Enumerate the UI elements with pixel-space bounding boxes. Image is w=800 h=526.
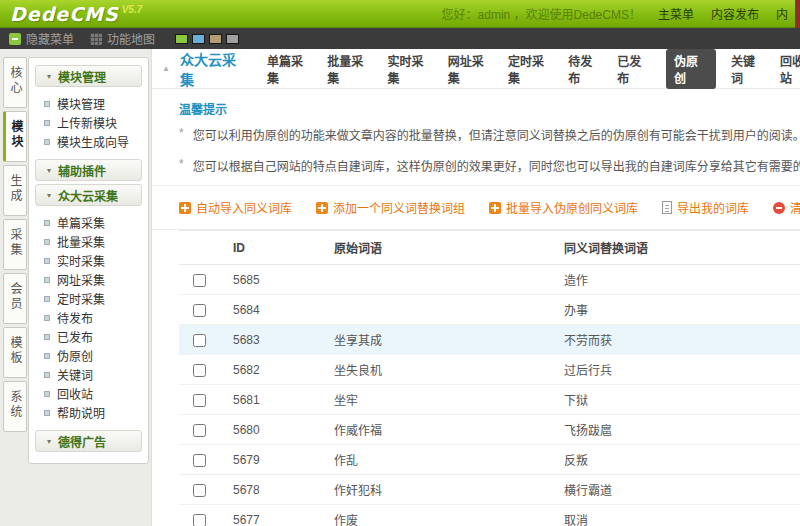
sidebar-item-帮助说明[interactable]: 帮助说明 (35, 403, 142, 422)
nav-tab-会员[interactable]: 会员 (3, 273, 27, 324)
bullet-icon (44, 120, 50, 126)
row-checkbox[interactable] (193, 514, 206, 526)
hide-menu-label: 隐藏菜单 (26, 30, 74, 47)
nav-tab-系统[interactable]: 系统 (3, 381, 27, 432)
sidebar-section-德得广告[interactable]: ▾德得广告 (35, 430, 142, 452)
action-label: 导出我的词库 (677, 199, 749, 216)
synonym-word-cell: 飞扬跋扈 (549, 415, 800, 445)
sidebar-item-label: 待发布 (57, 309, 93, 326)
header-nav: 主菜单内容发布 (658, 5, 759, 22)
sidebar-item-批量采集[interactable]: 批量采集 (35, 232, 142, 251)
tab-单篇采集[interactable]: 单篇采集 (267, 52, 312, 86)
header-nav-item-partial[interactable]: 内 (776, 5, 788, 22)
header-nav-item[interactable]: 内容发布 (711, 5, 759, 22)
nav-tab-模块[interactable]: 模块 (3, 111, 27, 162)
sidebar-item-上传新模块[interactable]: 上传新模块 (35, 113, 142, 132)
row-checkbox[interactable] (193, 424, 206, 437)
action-link[interactable]: 清空伪原创词库 (773, 199, 800, 216)
row-checkbox[interactable] (193, 364, 206, 377)
nav-tab-label: 系统 (5, 390, 25, 420)
dedecms-admin-window: DedeCMS V5.7 您好：admin ，欢迎使用DedeCMS！ 主菜单内… (0, 0, 800, 526)
sidebar-item-单篇采集[interactable]: 单篇采集 (35, 213, 142, 232)
hide-menu-icon (9, 33, 21, 45)
tab-实时采集[interactable]: 实时采集 (387, 52, 432, 86)
tab-待发布[interactable]: 待发布 (568, 52, 602, 86)
sidebar-item-label: 批量采集 (57, 233, 105, 250)
sidebar-item-回收站[interactable]: 回收站 (35, 384, 142, 403)
action-label: 批量导入伪原创同义词库 (506, 199, 638, 216)
workspace: 核心模块生成采集会员模板系统 ▾模块管理模块管理上传新模块模块生成向导▾辅助插件… (0, 49, 800, 526)
sidebar-item-定时采集[interactable]: 定时采集 (35, 289, 142, 308)
tip-text: 您可以根据自己网站的特点自建词库，这样伪原创的效果更好，同时您也可以导出我的自建… (193, 157, 800, 174)
table-row: 5679作乱反叛 (179, 445, 800, 475)
bullet-icon (44, 372, 50, 378)
module-tabs: 单篇采集批量采集实时采集网址采集定时采集待发布已发布伪原创关键词回收站帮助说明 (267, 49, 800, 89)
row-checkbox[interactable] (193, 304, 206, 317)
nav-tab-生成[interactable]: 生成 (3, 165, 27, 216)
bullet-icon (44, 334, 50, 340)
theme-swatch-1[interactable] (175, 34, 188, 44)
header-nav-item[interactable]: 主菜单 (658, 5, 694, 22)
theme-swatch-3[interactable] (209, 34, 222, 44)
sidebar-item-模块生成向导[interactable]: 模块生成向导 (35, 132, 142, 151)
sidebar-item-模块管理[interactable]: 模块管理 (35, 94, 142, 113)
checkbox-column-header (179, 231, 219, 265)
plus-icon (179, 202, 191, 214)
synonym-table-body: 5685造作5684办事5683坐享其成不劳而获5682坐失良机过后行兵5681… (179, 265, 800, 526)
row-checkbox[interactable] (193, 274, 206, 287)
row-checkbox[interactable] (193, 484, 206, 497)
action-link[interactable]: 自动导入同义词库 (179, 199, 292, 216)
id-cell: 5677 (219, 505, 314, 526)
tab-已发布[interactable]: 已发布 (617, 52, 651, 86)
sidebar-item-label: 伪原创 (57, 347, 93, 364)
action-link[interactable]: 批量导入伪原创同义词库 (489, 199, 638, 216)
checkbox-cell (179, 445, 219, 475)
hide-menu-button[interactable]: 隐藏菜单 (9, 30, 74, 47)
bullet-icon (44, 220, 50, 226)
tab-伪原创[interactable]: 伪原创 (666, 49, 716, 89)
synonym-word-cell: 办事 (549, 295, 800, 325)
sidebar-item-关键词[interactable]: 关键词 (35, 365, 142, 384)
tab-回收站[interactable]: 回收站 (780, 52, 800, 86)
tab-关键词[interactable]: 关键词 (731, 52, 765, 86)
action-link[interactable]: 添加一个同义词替换词组 (316, 199, 465, 216)
nav-tab-模板[interactable]: 模板 (3, 327, 27, 378)
main-panel: ▲ 众大云采集 单篇采集批量采集实时采集网址采集定时采集待发布已发布伪原创关键词… (151, 49, 800, 526)
clear-icon (773, 202, 785, 214)
sidebar-section-模块管理[interactable]: ▾模块管理 (35, 65, 142, 87)
action-link[interactable]: 导出我的词库 (662, 199, 749, 216)
tab-网址采集[interactable]: 网址采集 (448, 52, 493, 86)
original-word-cell (314, 265, 549, 295)
plus-icon (316, 202, 328, 214)
table-row: 5684办事 (179, 295, 800, 325)
tips-box: 温馨提示 *您可以利用伪原创的功能来做文章内容的批量替换，但请注意同义词替换之后… (152, 89, 800, 186)
sidebar-section-众大云采集[interactable]: ▾众大云采集 (35, 184, 142, 206)
function-map-button[interactable]: 功能地图 (90, 30, 155, 47)
checkbox-cell (179, 505, 219, 526)
dedecms-logo: DedeCMS V5.7 (10, 3, 142, 25)
nav-tab-采集[interactable]: 采集 (3, 219, 27, 270)
sidebar-item-网址采集[interactable]: 网址采集 (35, 270, 142, 289)
bullet-icon (44, 258, 50, 264)
function-map-label: 功能地图 (107, 30, 155, 47)
row-checkbox[interactable] (193, 394, 206, 407)
sidebar-item-待发布[interactable]: 待发布 (35, 308, 142, 327)
row-checkbox[interactable] (193, 454, 206, 467)
theme-swatch-2[interactable] (192, 34, 205, 44)
tab-定时采集[interactable]: 定时采集 (508, 52, 553, 86)
sidebar-item-伪原创[interactable]: 伪原创 (35, 346, 142, 365)
nav-tab-核心[interactable]: 核心 (3, 57, 27, 108)
collapse-sidebar-toggle[interactable]: ▲ (162, 64, 170, 73)
theme-swatch-4[interactable] (226, 34, 239, 44)
sidebar-item-label: 关键词 (57, 366, 93, 383)
tip-item: *您可以根据自己网站的特点自建词库，这样伪原创的效果更好，同时您也可以导出我的自… (179, 150, 800, 181)
sidebar-item-实时采集[interactable]: 实时采集 (35, 251, 142, 270)
sidebar-item-已发布[interactable]: 已发布 (35, 327, 142, 346)
sidebar-section-辅助插件[interactable]: ▾辅助插件 (35, 159, 142, 181)
row-checkbox[interactable] (193, 334, 206, 347)
synonym-table: ID原始词语同义词替换词语 5685造作5684办事5683坐享其成不劳而获56… (179, 230, 800, 526)
tab-批量采集[interactable]: 批量采集 (327, 52, 372, 86)
plus-icon (489, 202, 501, 214)
checkbox-cell (179, 265, 219, 295)
original-word-cell: 作废 (314, 505, 549, 526)
